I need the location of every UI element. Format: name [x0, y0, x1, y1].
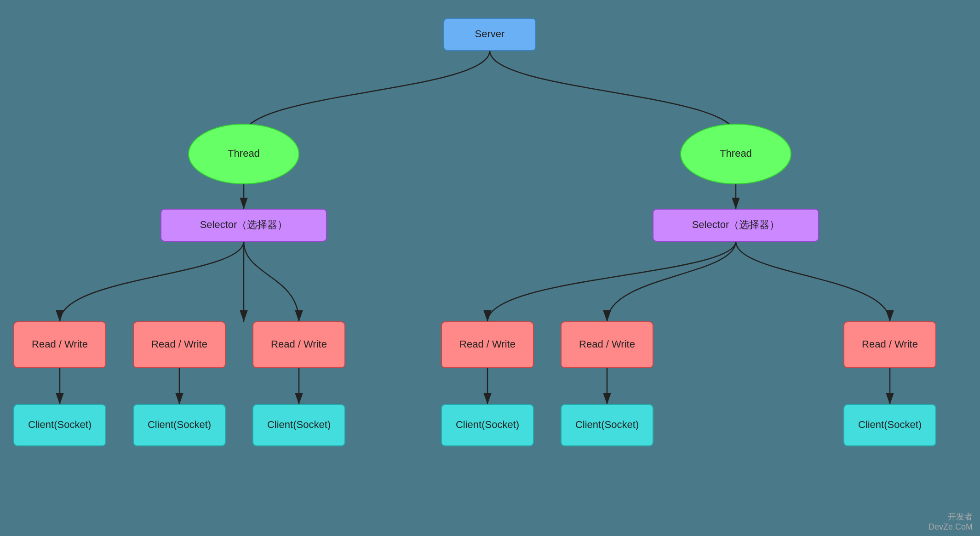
connector-sel1-rw1: [60, 241, 244, 322]
connector-server-thread1: [244, 51, 490, 136]
client4-label: Client(Socket): [456, 419, 519, 430]
connector-sel1-rw3: [244, 241, 299, 322]
server-label: Server: [475, 28, 505, 40]
connector-sel2-rw6: [736, 241, 890, 322]
rw3-label: Read / Write: [271, 338, 327, 350]
connector-sel2-rw4: [487, 241, 736, 322]
client5-label: Client(Socket): [575, 419, 639, 430]
thread1-label: Thread: [228, 148, 260, 159]
rw2-label: Read / Write: [151, 338, 207, 350]
architecture-diagram: Server Thread Thread Selector（选择器） Selec…: [0, 0, 980, 536]
connector-server-thread2: [490, 51, 736, 136]
watermark-line1: 开发者: [948, 512, 973, 521]
rw1-label: Read / Write: [32, 338, 88, 350]
thread2-label: Thread: [720, 148, 752, 159]
selector1-label: Selector（选择器）: [200, 219, 288, 230]
client2-label: Client(Socket): [148, 419, 211, 430]
rw4-label: Read / Write: [459, 338, 516, 350]
client1-label: Client(Socket): [28, 419, 92, 430]
rw6-label: Read / Write: [862, 338, 918, 350]
connector-sel2-rw5: [607, 241, 736, 322]
rw5-label: Read / Write: [579, 338, 635, 350]
watermark-line2: DevZe.CoM: [928, 522, 973, 531]
selector2-label: Selector（选择器）: [692, 219, 780, 230]
client3-label: Client(Socket): [267, 419, 331, 430]
client6-label: Client(Socket): [858, 419, 922, 430]
